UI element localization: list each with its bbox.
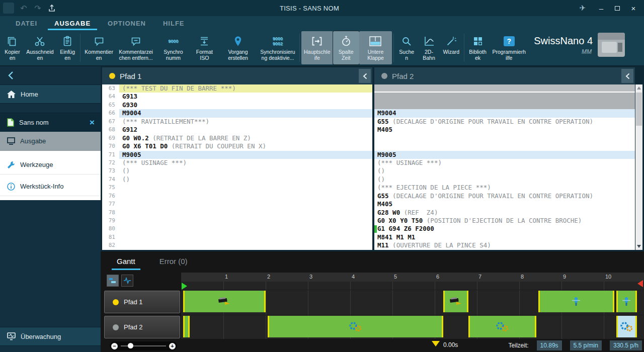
gantt-segment[interactable] <box>268 316 443 337</box>
code-line[interactable]: M9005 <box>374 151 635 159</box>
code-line[interactable]: M841 M1 M1 <box>374 233 635 241</box>
close-document-icon[interactable]: × <box>90 118 95 127</box>
wizard-button[interactable]: Wizard <box>440 31 462 64</box>
tab-optionen[interactable]: OPTIONEN <box>99 16 154 30</box>
code-line[interactable]: 66M9004 <box>102 109 372 117</box>
sidebar-collapse-button[interactable] <box>4 69 17 81</box>
cut-button[interactable]: Ausschneiden <box>24 31 56 64</box>
code-line[interactable]: 67(*** RAVITAILLEMENT***) <box>102 118 372 126</box>
code-line[interactable]: 71M9005 <box>102 151 372 159</box>
machine-photo[interactable] <box>598 33 625 57</box>
code-line[interactable]: G55 (DECALAGE D'ORIGINE POUR TRAVAIL EN … <box>374 118 635 126</box>
sync-deactivate-button[interactable]: 90009002 Synchronisierung deaktivie... <box>258 31 298 64</box>
tab-hilfe[interactable]: HILFE <box>154 16 193 30</box>
code-line[interactable]: 79 <box>102 217 372 225</box>
code-line[interactable]: M9004 <box>374 109 635 117</box>
code-line[interactable]: 76 <box>102 192 372 200</box>
gantt-row-label-pfad2[interactable]: Pfad 2 <box>104 316 180 338</box>
code-line[interactable]: 69G0 W0.2 (RETRAIT DE LA BARRE EN Z) <box>102 134 372 142</box>
sidebar-item-werkzeuge[interactable]: Werkzeuge <box>0 155 101 174</box>
time-cursor-icon[interactable] <box>432 341 440 346</box>
code-line[interactable]: M11 (OUVERTURE DE LA PINCE S4) <box>374 241 635 249</box>
tab-error[interactable]: Error (0) <box>158 252 189 270</box>
sidebar-item-document[interactable]: Sans nom × <box>0 113 101 132</box>
code-editor-pfad1[interactable]: 63(*** TEST DU FIN DE BARRE ***)64G91365… <box>102 84 372 250</box>
format-iso-button[interactable]: Format ISO <box>191 31 218 64</box>
code-line[interactable]: G0 X0 Y0 T50 (POSITION D'EJECTION DE LA … <box>374 217 635 225</box>
collapse-panel1-button[interactable] <box>359 69 371 83</box>
sidebar-item-home[interactable]: Home <box>0 84 101 104</box>
code-line[interactable]: 68G912 <box>102 126 372 134</box>
code-line[interactable]: 74() <box>102 175 372 184</box>
editor-scrollbar[interactable] <box>635 84 642 250</box>
search-button[interactable]: Suchen <box>395 31 418 64</box>
gantt-row-label-pfad1[interactable]: Pfad 1 <box>104 291 180 313</box>
code-line[interactable]: 65G930 <box>102 101 372 109</box>
tab-gantt[interactable]: Gantt <box>116 252 136 270</box>
gantt-segment[interactable] <box>443 291 468 312</box>
playback-end-icon[interactable] <box>637 280 643 287</box>
collapse-panel2-button[interactable] <box>621 69 633 83</box>
scroll-down-icon[interactable] <box>637 245 641 248</box>
create-operation-button[interactable]: Vorgang erstellen <box>218 31 258 64</box>
sidebar-item-ueberwachung[interactable]: Überwachung <box>0 327 101 346</box>
tab-ausgabe[interactable]: AUSGABE <box>46 16 99 30</box>
code-line[interactable] <box>374 142 635 150</box>
zoom-knob[interactable] <box>128 343 133 348</box>
code-line[interactable] <box>374 84 635 93</box>
code-line[interactable]: M405 <box>374 126 635 134</box>
main-loop-button[interactable]: Hauptschleife <box>301 31 333 64</box>
paste-button[interactable]: Einfügen <box>56 31 79 64</box>
code-line[interactable]: (*** USINAGE ***) <box>374 159 635 167</box>
bottom-flap-button[interactable]: Untere Klappe <box>359 31 392 64</box>
code-line[interactable]: G55 (DECALAGE D'ORIGINE POUR TRAVAIL EN … <box>374 192 635 200</box>
export-icon[interactable] <box>45 2 58 14</box>
code-line[interactable] <box>374 134 635 142</box>
code-line[interactable]: 63(*** TEST DU FIN DE BARRE ***) <box>102 84 372 93</box>
copy-button[interactable]: Kopieren <box>1 31 24 64</box>
playback-start-icon[interactable] <box>182 283 187 290</box>
comment-button[interactable]: Kommentieren <box>82 31 116 64</box>
code-line[interactable]: 75 <box>102 184 372 192</box>
gantt-segment[interactable] <box>183 291 266 312</box>
library-button[interactable]: Bibliothek <box>466 31 490 64</box>
sidebar-item-ausgabe[interactable]: Ausgabe <box>0 132 101 151</box>
undo-icon[interactable]: ↶ <box>17 2 30 14</box>
zoom-out-button[interactable]: − <box>111 343 118 349</box>
gantt-segment[interactable] <box>538 291 614 312</box>
close-button[interactable]: × <box>626 2 641 15</box>
code-line[interactable]: 73() <box>102 167 372 175</box>
gantt-chart[interactable]: 12345678910 <box>181 273 644 339</box>
code-line[interactable]: 64G913 <box>102 93 372 101</box>
connect-machine-icon[interactable]: ✈ <box>579 4 586 13</box>
zoom-slider[interactable]: − + <box>110 341 177 350</box>
code-line[interactable]: 82 <box>102 241 372 249</box>
code-line[interactable]: 72(*** USINAGE ***) <box>102 159 372 167</box>
scrollbar-thumb[interactable] <box>636 93 642 126</box>
code-line[interactable] <box>374 93 635 101</box>
synchro-number-button[interactable]: 9000 Synchro numm <box>156 31 191 64</box>
code-line[interactable]: (*** EJECTION DE LA PIECE ***) <box>374 184 635 192</box>
time-cursor[interactable]: 0.00s <box>432 341 458 348</box>
code-line[interactable]: M405 <box>374 200 635 208</box>
code-line[interactable]: 78 <box>102 209 372 217</box>
code-line[interactable] <box>374 101 635 109</box>
code-editor-pfad2[interactable]: M9004G55 (DECALAGE D'ORIGINE POUR TRAVAI… <box>374 84 635 250</box>
gantt-segment[interactable] <box>616 316 636 337</box>
minimize-button[interactable]: – <box>594 2 609 15</box>
time-column-button[interactable]: Spalte Zeit <box>333 31 359 64</box>
waveform-view-button[interactable] <box>121 275 133 287</box>
sidebar-item-werkstueck-info[interactable]: Werkstück-Info <box>0 177 101 196</box>
code-line[interactable]: () <box>374 175 635 184</box>
code-line[interactable]: G28 W0 (REF Z4) <box>374 209 635 217</box>
2d-path-button[interactable]: 2D-Bahn <box>418 31 440 64</box>
maximize-button[interactable] <box>610 2 625 15</box>
code-line[interactable]: 70G0 X6 T01 D0 (RETRAIT DU COUPEUR EN X) <box>102 142 372 150</box>
code-line[interactable]: () <box>374 167 635 175</box>
programming-help-button[interactable]: ? Programmierhilfe <box>490 31 528 64</box>
code-line[interactable]: 77 <box>102 200 372 208</box>
redo-icon[interactable]: ↷ <box>31 2 44 14</box>
code-line[interactable]: G1 G94 Z6 F2000 <box>374 225 635 233</box>
gantt-segment[interactable] <box>468 316 536 337</box>
gantt-segment[interactable] <box>616 291 636 312</box>
